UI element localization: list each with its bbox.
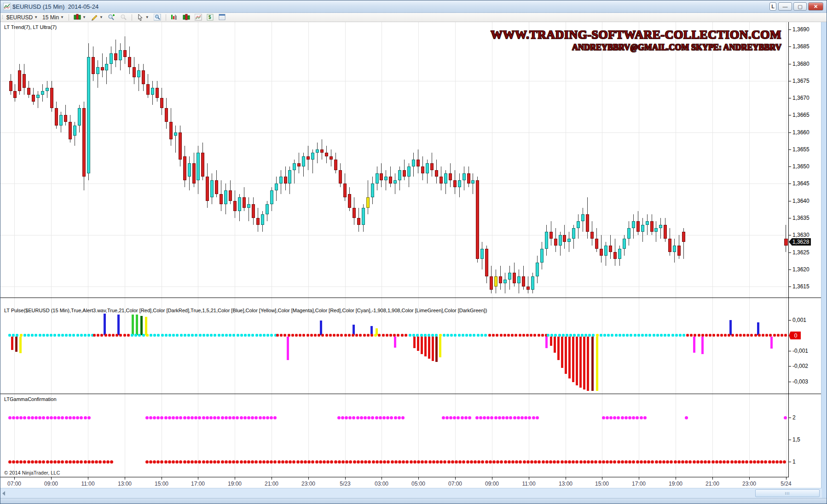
gamma-dot [337,416,341,419]
gamma-dot [523,460,526,464]
watermark-line2: ANDREYBBRV@GMAIL.COM SKYPE: ANDREYBBRV [491,43,781,52]
candle-body [682,232,685,242]
pulse-dot [288,334,290,337]
pulse-dot [547,334,549,337]
candle-body [526,286,530,290]
gamma-dot [27,416,30,419]
gamma-dot [251,460,254,464]
time-axis-label: 5/23 [340,481,350,487]
pulse-dot [195,334,197,337]
pulse-dot [229,334,231,337]
gamma-dot [345,460,348,464]
horizontal-scrollbar-thumb[interactable]: III [755,489,820,497]
gamma-dot [532,416,535,419]
candle-wick [647,214,648,235]
gamma-dot [375,416,378,419]
gamma-dot [164,416,168,419]
gamma-dot [489,460,492,464]
pulse-axis-label: -0,001 [792,348,808,354]
gamma-dot [300,460,303,464]
gamma-dot [69,416,72,419]
candle-wick [505,273,505,293]
gamma-dot [19,460,23,464]
gamma-axis-label: 1 [792,458,796,465]
candle-body [46,88,49,91]
pulse-dot [12,334,15,337]
gamma-dot [628,416,631,419]
pulse-dot [153,334,156,337]
price-axis-tick [788,64,791,64]
gamma-dot [387,460,390,464]
gamma-dot [681,460,684,464]
time-axis-tick [602,477,602,480]
pulse-dot [533,334,536,337]
time-axis-tick [14,477,15,480]
pulse-dot [248,334,250,337]
pulse-dot [161,334,164,337]
candle-body [128,57,131,67]
gamma-dot [217,416,220,419]
gamma-dot [145,460,149,464]
gamma-panel-label: LTGammaConfirmation [4,396,57,402]
gamma-dot [172,416,175,419]
gamma-dot [640,460,643,464]
gamma-dot [524,416,527,419]
gamma-dot [356,416,359,419]
gamma-dot [95,460,98,464]
gridline-vertical [345,22,346,477]
gamma-dot [772,460,775,464]
gamma-dot [383,460,386,464]
pulse-dot [473,334,475,337]
pulse-dot [435,334,438,337]
candle-body [142,70,145,84]
vertical-scrollbar[interactable] [821,22,827,498]
pulse-bar [550,337,552,346]
gamma-dot [481,460,484,464]
pulse-dot [592,334,595,337]
candle-body [517,276,520,283]
candle-body [59,115,63,125]
pulse-dot [622,334,625,337]
pulse-dot [462,334,464,337]
gridline-vertical [418,22,419,477]
candle-wick [386,170,386,191]
pulse-dot [656,334,659,337]
candle-wick [656,221,656,242]
pulse-axis-tick [788,320,791,321]
pulse-axis-label: -0,003 [792,378,808,385]
gamma-dot [103,460,106,464]
pulse-dot [648,334,651,337]
gamma-dot [553,460,556,464]
gamma-dot [504,460,507,464]
gamma-dot [110,460,113,464]
gamma-dot [254,416,258,419]
gamma-dot [376,460,379,464]
gamma-dot [183,416,186,419]
pulse-bar [287,337,289,360]
gamma-dot [191,460,194,464]
pulse-dot [244,334,247,337]
candle-body [426,163,429,173]
pulse-spike [136,315,138,335]
pulse-dot [370,334,373,337]
candle-body [151,88,154,95]
gamma-dot [398,416,401,419]
gamma-dot [492,460,496,464]
pulse-dot [735,334,738,337]
pulse-dot [263,334,266,337]
gamma-dot [394,416,397,419]
pulse-dot [667,334,670,337]
gamma-dot [382,416,386,419]
gamma-dot [206,460,209,464]
gamma-dot [447,460,451,464]
gamma-dot [243,460,247,464]
pulse-dot [87,334,90,337]
pulse-dot [671,334,674,337]
horizontal-scrollbar[interactable]: III [0,488,822,498]
scroll-left-arrow-icon[interactable] [2,491,5,496]
candle-body [13,91,17,98]
candle-wick [38,91,38,108]
pulse-axis-label: -0,002 [792,363,808,369]
gamma-dot [307,460,311,464]
gamma-dot [198,460,201,464]
